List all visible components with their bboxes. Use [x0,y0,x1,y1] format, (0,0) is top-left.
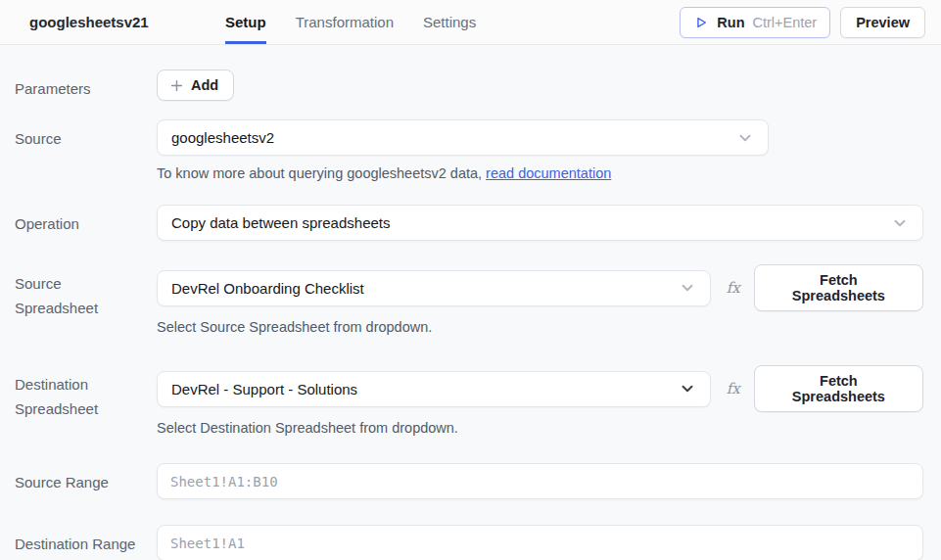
parameters-row: Parameters Add [15,70,923,101]
add-parameter-button[interactable]: Add [157,70,234,101]
source-select-value: googlesheetsv2 [171,129,274,146]
source-spreadsheet-select[interactable]: DevRel Onboarding Checklist [157,270,711,306]
tab-setup[interactable]: Setup [225,0,266,44]
operation-label: Operation [15,205,157,241]
source-range-row: Source Range [15,463,923,499]
destination-spreadsheet-helper: Select Destination Spreadsheet from drop… [157,418,923,438]
fx-toggle[interactable]: fx [727,380,740,397]
source-spreadsheet-row: Source Spreadsheet DevRel Onboarding Che… [15,264,923,337]
destination-spreadsheet-select[interactable]: DevRel - Support - Solutions [157,371,711,407]
chevron-down-icon [679,279,696,297]
header-actions: Run Ctrl+Enter Preview [680,7,925,38]
tab-settings[interactable]: Settings [423,0,476,44]
fetch-spreadsheets-button[interactable]: Fetch Spreadsheets [754,365,923,412]
query-editor-header: googlesheetsv21 Setup Transformation Set… [0,0,941,45]
source-label: Source [15,119,157,183]
operation-row: Operation Copy data between spreadsheets [15,205,923,241]
operation-select[interactable]: Copy data between spreadsheets [157,205,923,241]
destination-range-input[interactable] [157,525,923,560]
chevron-down-icon [679,380,696,397]
read-documentation-link[interactable]: read documentation [486,165,611,181]
run-button[interactable]: Run Ctrl+Enter [680,7,830,38]
run-shortcut: Ctrl+Enter [752,15,817,30]
source-helper: To know more about querying googlesheets… [157,163,923,183]
fetch-spreadsheets-button[interactable]: Fetch Spreadsheets [754,264,923,311]
run-label: Run [717,15,744,30]
parameters-label: Parameters [15,70,157,101]
chevron-down-icon [891,214,909,232]
operation-select-value: Copy data between spreadsheets [171,214,390,231]
destination-range-label: Destination Range [15,525,157,560]
preview-button[interactable]: Preview [840,7,925,38]
source-spreadsheet-label: Source Spreadsheet [15,264,157,337]
source-helper-text: To know more about querying googlesheets… [157,165,482,181]
source-spreadsheet-value: DevRel Onboarding Checklist [171,280,364,297]
tab-bar: Setup Transformation Settings [225,0,476,44]
add-parameter-label: Add [191,77,218,93]
destination-spreadsheet-value: DevRel - Support - Solutions [171,381,357,397]
destination-spreadsheet-row: Destination Spreadsheet DevRel - Support… [15,365,923,438]
play-icon [693,15,709,30]
chevron-down-icon [736,129,754,147]
query-name: googlesheetsv21 [29,14,225,30]
source-row: Source googlesheetsv2 To know more about… [15,119,923,183]
setup-form: Parameters Add Source googlesheetsv2 To … [0,45,941,560]
source-select[interactable]: googlesheetsv2 [157,119,769,156]
source-range-label: Source Range [15,463,157,499]
source-spreadsheet-helper: Select Source Spreadsheet from dropdown. [157,317,923,337]
tab-transformation[interactable]: Transformation [296,0,394,44]
destination-spreadsheet-label: Destination Spreadsheet [15,365,157,438]
destination-range-row: Destination Range [15,525,923,560]
plus-icon [169,78,184,93]
source-range-input[interactable] [157,463,923,499]
fx-toggle[interactable]: fx [727,279,740,297]
